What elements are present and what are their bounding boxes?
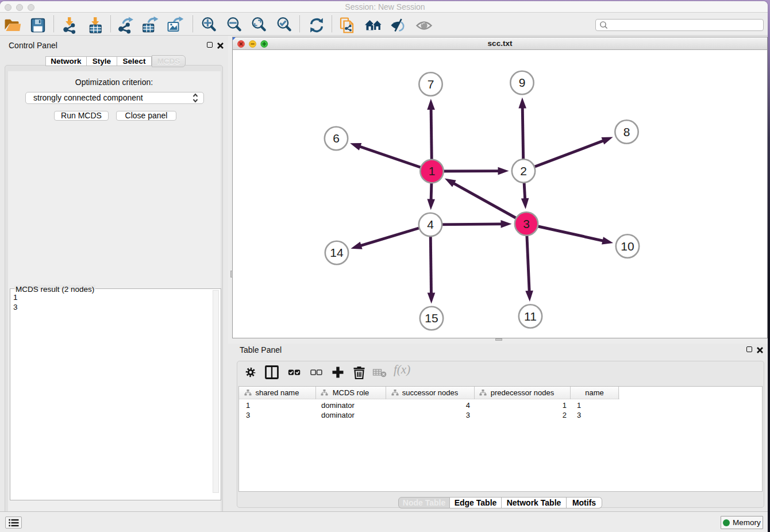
svg-text:1: 1 — [429, 164, 436, 178]
svg-text:2: 2 — [520, 164, 527, 178]
svg-text:7: 7 — [428, 78, 434, 91]
svg-text:8: 8 — [623, 125, 630, 138]
svg-text:10: 10 — [621, 240, 634, 253]
svg-text:11: 11 — [524, 310, 537, 323]
svg-text:15: 15 — [425, 311, 438, 325]
svg-text:6: 6 — [333, 132, 340, 145]
svg-text:3: 3 — [523, 217, 530, 230]
svg-text:14: 14 — [330, 246, 344, 259]
svg-text:9: 9 — [519, 76, 526, 89]
svg-text:4: 4 — [427, 218, 434, 231]
